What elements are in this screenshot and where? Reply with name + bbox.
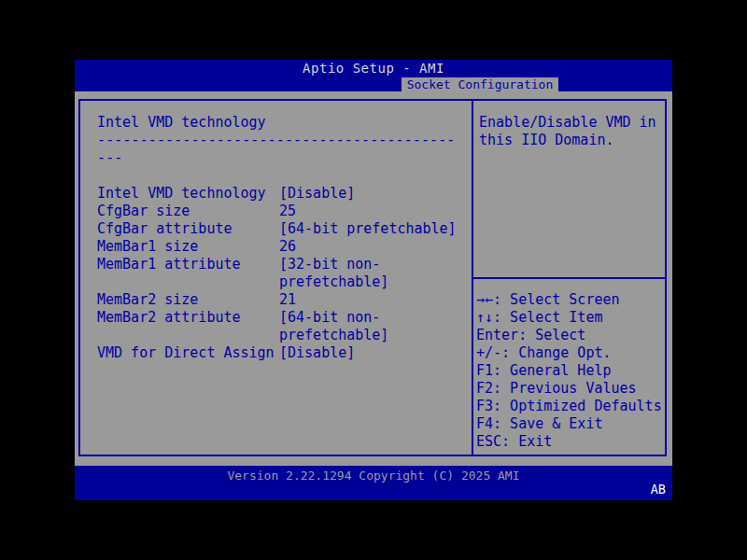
setting-row-membar2-attribute[interactable]: MemBar2 attribute [64-bit non-prefetchab… [80, 309, 472, 344]
legend-f4-save-exit: F4: Save & Exit [476, 415, 665, 433]
setting-value: 26 [279, 238, 468, 256]
separator-line: ----------------------------------------… [80, 132, 472, 149]
header-bar: Aptio Setup - AMI Socket Configuration [75, 60, 672, 91]
setting-value: [64-bit prefetchable] [279, 220, 468, 238]
legend-f3-optimized-defaults: F3: Optimized Defaults [476, 398, 665, 415]
setting-row-membar1-attribute[interactable]: MemBar1 attribute [32-bit non-prefetchab… [80, 256, 472, 291]
legend-esc-exit: ESC: Exit [476, 433, 665, 451]
tab-socket-configuration[interactable]: Socket Configuration [402, 77, 558, 91]
setting-value: [Disable] [279, 344, 468, 362]
bios-screen: Aptio Setup - AMI Socket Configuration I… [75, 60, 672, 500]
setting-value: [Disable] [279, 185, 468, 203]
legend-enter-select: Enter: Select [476, 327, 665, 344]
setup-title: Aptio Setup - AMI [75, 61, 672, 76]
legend-f1-general-help: F1: General Help [476, 362, 665, 380]
setting-row-cfgbar-size[interactable]: CfgBar size 25 [80, 203, 472, 220]
crt-background: Aptio Setup - AMI Socket Configuration I… [0, 0, 747, 560]
setting-value: 21 [279, 291, 468, 309]
legend-select-item: ↑↓: Select Item [476, 309, 665, 327]
version-text: Version 2.22.1294 Copyright (C) 2025 AMI [75, 469, 672, 483]
setting-row-membar2-size[interactable]: MemBar2 size 21 [80, 291, 472, 309]
setting-row-cfgbar-attribute[interactable]: CfgBar attribute [64-bit prefetchable] [80, 220, 472, 238]
setting-label: MemBar1 size [97, 238, 198, 256]
legend-select-screen: →←: Select Screen [476, 291, 665, 309]
hotkey-legend: →←: Select Screen ↑↓: Select Item Enter:… [476, 291, 665, 451]
help-pane: Enable/Disable VMD in this IIO Domain. →… [473, 101, 665, 455]
spacer [80, 167, 472, 185]
legend-f2-previous-values: F2: Previous Values [476, 380, 665, 398]
footer-bar: Version 2.22.1294 Copyright (C) 2025 AMI… [75, 466, 672, 500]
client-area: Intel VMD technology -------------------… [75, 91, 672, 466]
setting-row-membar1-size[interactable]: MemBar1 size 26 [80, 238, 472, 256]
setting-label: VMD for Direct Assign [97, 344, 275, 362]
setting-value: 25 [279, 203, 468, 220]
setting-label: MemBar1 attribute [97, 256, 241, 273]
separator-line: --- [80, 149, 472, 167]
setting-label: MemBar2 size [97, 291, 198, 309]
setup-panel: Intel VMD technology -------------------… [78, 99, 667, 456]
legend-change-opt: +/-: Change Opt. [476, 344, 665, 362]
setting-label: CfgBar size [97, 203, 190, 220]
settings-pane: Intel VMD technology -------------------… [80, 101, 472, 455]
setting-value: [64-bit non-prefetchable] [279, 309, 468, 344]
legend-divider [473, 277, 665, 279]
setting-value: [32-bit non-prefetchable] [279, 256, 468, 291]
build-code: AB [651, 483, 666, 497]
section-title: Intel VMD technology [80, 114, 472, 132]
setting-row-intel-vmd-technology[interactable]: Intel VMD technology [Disable] [80, 185, 472, 203]
setting-label: MemBar2 attribute [97, 309, 241, 327]
setting-label: CfgBar attribute [97, 220, 233, 238]
setting-label: Intel VMD technology [97, 185, 266, 203]
help-text: Enable/Disable VMD in this IIO Domain. [473, 101, 662, 149]
setting-row-vmd-direct-assign[interactable]: VMD for Direct Assign [Disable] [80, 344, 472, 362]
